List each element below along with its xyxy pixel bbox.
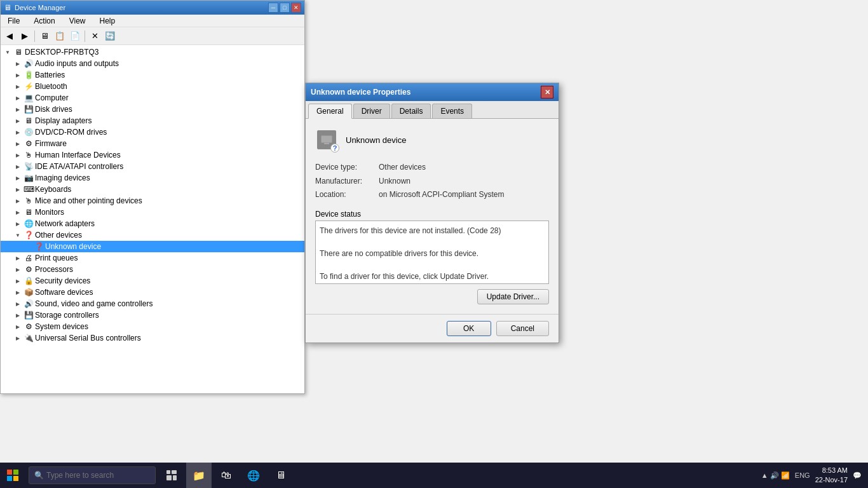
update-driver-button[interactable]: Update Driver... — [477, 289, 549, 304]
svg-rect-7 — [166, 470, 170, 474]
tree-software[interactable]: ▶ 📦 Software devices — [1, 287, 304, 298]
menu-help[interactable]: Help — [96, 16, 119, 26]
device-tree[interactable]: ▼ 🖥 DESKTOP-FPRBTQ3 ▶ 🔊 Audio inputs and… — [1, 45, 304, 393]
minimize-button[interactable]: ─ — [268, 3, 278, 13]
toolbar-back[interactable]: ◀ — [3, 29, 17, 43]
tree-printqueues[interactable]: ▶ 🖨 Print queues — [1, 252, 304, 264]
dialog-close-button[interactable]: ✕ — [541, 86, 553, 98]
tree-processors[interactable]: ▶ ⚙ Processors — [1, 264, 304, 275]
ok-button[interactable]: OK — [447, 321, 491, 336]
dialog-footer: OK Cancel — [306, 314, 559, 342]
file-explorer-icon[interactable]: 📁 — [186, 463, 212, 488]
device-icon-container: ? — [315, 128, 338, 151]
tree-batteries[interactable]: ▶ 🔋 Batteries — [1, 69, 304, 81]
task-view-button[interactable] — [159, 463, 184, 488]
location-value: on Microsoft ACPI-Compliant System — [379, 188, 504, 202]
device-header: ? Unknown device — [315, 128, 549, 151]
cancel-button[interactable]: Cancel — [496, 321, 549, 336]
svg-rect-6 — [13, 476, 18, 481]
tree-system[interactable]: ▶ ⚙ System devices — [1, 321, 304, 332]
svg-rect-8 — [172, 470, 177, 474]
tree-bluetooth[interactable]: ▶ ⚡ Bluetooth — [1, 81, 304, 92]
close-button[interactable]: ✕ — [291, 3, 301, 13]
manufacturer-label: Manufacturer: — [315, 175, 379, 189]
edge-icon[interactable]: 🌐 — [241, 463, 266, 488]
info-row-manufacturer: Manufacturer: Unknown — [315, 175, 549, 189]
menu-action[interactable]: Action — [30, 16, 58, 26]
tree-otherdevices[interactable]: ▼ ❓ Other devices — [1, 229, 304, 241]
start-button[interactable] — [0, 463, 25, 488]
toolbar-remove[interactable]: ✕ — [88, 29, 102, 43]
taskbar-tray: ▲ 🔊 📶 ENG 8:53 AM 22-Nov-17 💬 — [761, 466, 868, 485]
tree-usb[interactable]: ▶ 🔌 Universal Serial Bus controllers — [1, 332, 304, 344]
time-display: 8:53 AM — [815, 466, 848, 475]
device-name: Unknown device — [346, 135, 406, 145]
dialog-tabs: General Driver Details Events — [306, 101, 559, 119]
window-icon: 🖥 — [4, 3, 11, 12]
root-toggle[interactable]: ▼ — [3, 48, 12, 57]
svg-rect-0 — [321, 135, 332, 143]
tree-storage[interactable]: ▶ 💾 Storage controllers — [1, 309, 304, 321]
info-row-type: Device type: Other devices — [315, 161, 549, 175]
taskbar-search[interactable]: 🔍 — [29, 466, 156, 484]
tree-firmware[interactable]: ▶ ⚙ Firmware — [1, 138, 304, 149]
notification-icon[interactable]: 💬 — [853, 471, 862, 480]
taskbar-time[interactable]: 8:53 AM 22-Nov-17 — [815, 466, 848, 485]
tree-keyboards[interactable]: ▶ ⌨ Keyboards — [1, 184, 304, 195]
svg-rect-9 — [166, 475, 172, 480]
tree-ide[interactable]: ▶ 📡 IDE ATA/ATAPI controllers — [1, 161, 304, 172]
tree-dvdrom[interactable]: ▶ 💿 DVD/CD-ROM drives — [1, 126, 304, 138]
toolbar-forward[interactable]: ▶ — [18, 29, 32, 43]
svg-rect-4 — [13, 470, 18, 475]
manufacturer-value: Unknown — [379, 175, 410, 189]
toolbar-computer[interactable]: 🖥 — [37, 29, 51, 43]
location-label: Location: — [315, 188, 379, 202]
tree-displayadapters[interactable]: ▶ 🖥 Display adapters — [1, 115, 304, 126]
device-type-value: Other devices — [379, 161, 426, 175]
toolbar-scan[interactable]: 🔄 — [103, 29, 117, 43]
device-status-section: Device status The drivers for this devic… — [315, 210, 549, 284]
device-manager-taskbar-icon[interactable]: 🖥 — [268, 463, 294, 488]
tray-icons: ▲ 🔊 📶 — [761, 471, 790, 480]
question-badge: ? — [330, 144, 339, 152]
tree-unknowndevice[interactable]: ❓ Unknown device — [1, 241, 304, 252]
menu-file[interactable]: File — [4, 16, 24, 26]
status-line-3: There are no compatible drivers for this… — [320, 248, 545, 259]
toolbar-properties[interactable]: 📋 — [53, 29, 67, 43]
update-driver-row: Update Driver... — [315, 289, 549, 304]
language-indicator: ENG — [795, 471, 810, 479]
tree-diskdrives[interactable]: ▶ 💾 Disk drives — [1, 104, 304, 115]
status-line-5: To find a driver for this device, click … — [320, 271, 545, 282]
menu-view[interactable]: View — [65, 16, 90, 26]
search-input[interactable] — [46, 471, 148, 480]
tab-driver[interactable]: Driver — [353, 104, 390, 118]
tree-network[interactable]: ▶ 🌐 Network adapters — [1, 218, 304, 229]
tab-details[interactable]: Details — [391, 104, 431, 118]
windows-logo — [7, 470, 18, 481]
tab-general[interactable]: General — [308, 104, 352, 119]
tree-monitors[interactable]: ▶ 🖥 Monitors — [1, 207, 304, 218]
tree-root[interactable]: ▼ 🖥 DESKTOP-FPRBTQ3 — [1, 46, 304, 58]
window-title: Device Manager — [15, 4, 268, 11]
device-status-box: The drivers for this device are not inst… — [315, 220, 549, 284]
tree-audio[interactable]: ▶ 🔊 Audio inputs and outputs — [1, 58, 304, 69]
tab-events[interactable]: Events — [432, 104, 472, 118]
status-label: Device status — [315, 210, 549, 219]
toolbar: ◀ ▶ 🖥 📋 📄 ✕ 🔄 — [1, 27, 304, 45]
device-manager-window: 🖥 Device Manager ─ □ ✕ File Action View … — [0, 0, 305, 394]
svg-rect-5 — [7, 476, 12, 481]
tree-hid[interactable]: ▶ 🖱 Human Interface Devices — [1, 149, 304, 161]
svg-rect-10 — [173, 475, 177, 480]
store-icon[interactable]: 🛍 — [214, 463, 239, 488]
device-info-table: Device type: Other devices Manufacturer:… — [315, 161, 549, 202]
tree-sound[interactable]: ▶ 🔊 Sound, video and game controllers — [1, 298, 304, 309]
svg-rect-2 — [323, 144, 330, 145]
tree-mice[interactable]: ▶ 🖱 Mice and other pointing devices — [1, 195, 304, 207]
tree-computer[interactable]: ▶ 💻 Computer — [1, 92, 304, 104]
svg-rect-3 — [7, 470, 12, 475]
tree-security[interactable]: ▶ 🔒 Security devices — [1, 275, 304, 287]
info-row-location: Location: on Microsoft ACPI-Compliant Sy… — [315, 188, 549, 202]
tree-imaging[interactable]: ▶ 📷 Imaging devices — [1, 172, 304, 184]
toolbar-update[interactable]: 📄 — [68, 29, 82, 43]
maximize-button[interactable]: □ — [280, 3, 290, 13]
